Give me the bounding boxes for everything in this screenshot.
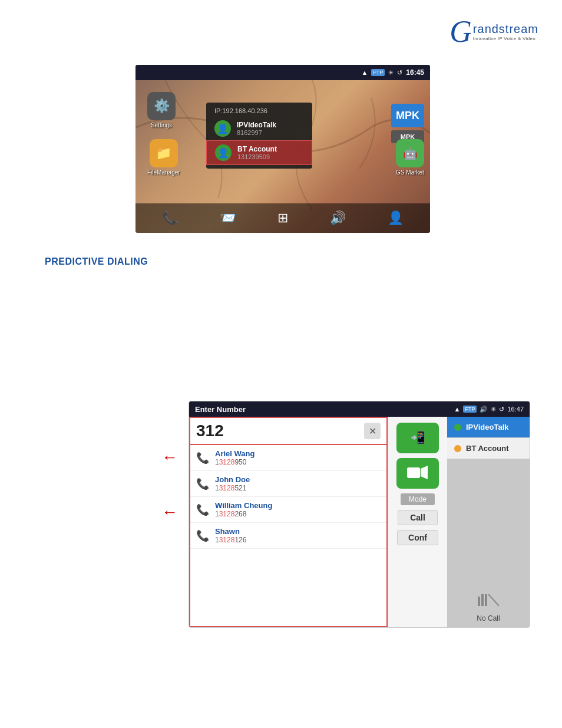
signal-icon-b: ▲ <box>454 406 461 413</box>
no-call-icon <box>478 594 499 612</box>
time-b: 16:47 <box>507 406 524 413</box>
dropdown-ip: IP:192.168.40.236 <box>206 106 312 117</box>
shawn-name: Shawn <box>215 527 246 536</box>
bottom-phone-screen: Enter Number ▲ FTP 🔊 ✳ ↺ 16:47 312 ✕ 📞 <box>189 401 530 628</box>
suggestions-list: 📞 Ariel Wang 13128950 📞 John Doe 1312852… <box>189 445 388 627</box>
mode-value: Call <box>398 510 438 525</box>
filemanager-label: FileManager <box>147 169 180 176</box>
william-cheung-text: William Cheung 13128268 <box>215 501 272 518</box>
william-cheung-number: 13128268 <box>215 510 272 518</box>
signal-icon: ▲ <box>361 69 368 76</box>
suggestion-item-ariel-wang[interactable]: 📞 Ariel Wang 13128950 <box>190 445 386 471</box>
logo: G randstream Innovative IP Voice & Video <box>449 17 538 47</box>
gsmarket-label: GS Market <box>396 169 424 176</box>
number-input-row[interactable]: 312 ✕ <box>189 417 388 445</box>
dialer-left-panel: 312 ✕ 📞 Ariel Wang 13128950 📞 John <box>189 417 388 627</box>
account-dropdown: IP:192.168.40.236 👤 IPVideoTalk 8162997 … <box>206 103 312 169</box>
suggestion-item-william-cheung[interactable]: 📞 William Cheung 13128268 <box>190 497 386 523</box>
suggestion-item-john-doe[interactable]: 📞 John Doe 13128521 <box>190 471 386 497</box>
filemanager-app-icon[interactable]: 📁 FileManager <box>147 139 180 176</box>
svg-marker-2 <box>421 466 428 479</box>
account-ipvideotalk[interactable]: IPVideoTalk <box>447 417 530 438</box>
arrow-to-suggestions: ← <box>161 503 178 522</box>
shawn-text: Shawn 13128126 <box>215 527 246 544</box>
top-phone-screen: ▲ FTP ✳ ↺ 16:45 ⚙️ Settings 📁 FileManage… <box>135 65 430 233</box>
ftp-badge: FTP <box>371 69 385 76</box>
no-call-panel: No Call <box>447 459 530 627</box>
arrow-to-number-input: ← <box>161 448 178 467</box>
answer-call-button[interactable]: 📲 <box>396 423 439 453</box>
ariel-wang-text: Ariel Wang 13128950 <box>215 449 254 466</box>
number-display: 312 <box>196 421 359 440</box>
settings-app-icon[interactable]: ⚙️ Settings <box>147 92 176 129</box>
home-background: ⚙️ Settings 📁 FileManager IP:192.168.40.… <box>135 80 430 233</box>
sync-icon-b: ↺ <box>499 406 504 413</box>
ariel-wang-number: 13128950 <box>215 458 254 466</box>
video-call-button[interactable] <box>396 458 439 489</box>
status-time: 16:45 <box>406 68 424 77</box>
logo-brand: randstream <box>473 22 538 36</box>
btaccount-account-label: BT Account <box>466 444 508 453</box>
phone-main-content: 312 ✕ 📞 Ariel Wang 13128950 📞 John <box>189 417 530 627</box>
voicemail-dock-icon[interactable]: 📨 <box>220 210 236 226</box>
sound-dock-icon[interactable]: 🔊 <box>330 210 346 226</box>
logo-g-letter: G <box>449 17 472 47</box>
ipvideotalk-avatar: 👤 <box>214 120 231 137</box>
btaccount-text: BT Account 131239509 <box>237 145 277 160</box>
mode-label: Mode <box>401 493 435 505</box>
call-icon-ariel: 📞 <box>196 452 209 465</box>
call-icon-william: 📞 <box>196 503 209 516</box>
ipvideotalk-name: IPVideoTalk <box>237 121 276 129</box>
btaccount-avatar: 👤 <box>215 144 232 161</box>
section-heading-predictive-dialing: PREDICTIVE DIALING <box>45 256 148 267</box>
dialer-middle-panel: 📲 Mode Call Conf <box>388 417 447 627</box>
bottom-screen-title: Enter Number <box>195 405 246 414</box>
ipvideotalk-account-label: IPVideoTalk <box>466 423 509 431</box>
conf-button[interactable]: Conf <box>397 530 438 545</box>
gsmarket-icon: 🤖 <box>396 139 424 167</box>
ariel-wang-name: Ariel Wang <box>215 449 254 458</box>
account-btaccount[interactable]: BT Account <box>447 438 530 459</box>
svg-line-6 <box>488 594 499 606</box>
filemanager-icon: 📁 <box>150 139 178 167</box>
logo-tagline: Innovative IP Voice & Video <box>473 36 538 41</box>
suggestion-item-shawn[interactable]: 📞 Shawn 13128126 <box>190 523 386 549</box>
svg-rect-5 <box>485 594 487 606</box>
btaccount-number: 131239509 <box>237 153 277 160</box>
phone-dock-icon[interactable]: 📞 <box>162 210 178 226</box>
top-status-bar: ▲ FTP ✳ ↺ 16:45 <box>135 65 430 80</box>
settings-icon: ⚙️ <box>147 92 176 120</box>
ipvideotalk-dot <box>454 424 461 431</box>
gsmarket-app-icon[interactable]: 🤖 GS Market <box>396 139 424 176</box>
svg-rect-1 <box>407 467 420 478</box>
no-call-label: No Call <box>477 614 500 622</box>
contacts-dock-icon[interactable]: 👤 <box>388 210 404 226</box>
shawn-number: 13128126 <box>215 536 246 544</box>
svg-text:📲: 📲 <box>411 430 425 444</box>
john-doe-number: 13128521 <box>215 484 250 492</box>
svg-rect-3 <box>478 597 480 606</box>
delete-button[interactable]: ✕ <box>364 423 381 439</box>
john-doe-name: John Doe <box>215 475 250 484</box>
dropdown-item-btaccount[interactable]: 👤 BT Account 131239509 <box>206 140 312 165</box>
grid-dock-icon[interactable]: ⊞ <box>277 210 288 226</box>
ipvideotalk-number: 8162997 <box>237 129 276 136</box>
svg-rect-4 <box>481 594 484 606</box>
ipvideotalk-text: IPVideoTalk 8162997 <box>237 121 276 136</box>
btaccount-dot <box>454 445 461 452</box>
john-doe-text: John Doe 13128521 <box>215 475 250 492</box>
sync-icon: ↺ <box>397 69 402 77</box>
ftp-badge-b: FTP <box>463 406 477 413</box>
william-cheung-name: William Cheung <box>215 501 272 510</box>
asterisk-icon: ✳ <box>388 69 394 77</box>
settings-label: Settings <box>151 122 172 129</box>
mpk-button[interactable]: MPK <box>391 104 424 127</box>
volume-icon-b: 🔊 <box>480 406 488 413</box>
call-icon-john: 📞 <box>196 477 209 490</box>
bottom-dock: 📞 📨 ⊞ 🔊 👤 <box>135 203 430 233</box>
bottom-status-bar: Enter Number ▲ FTP 🔊 ✳ ↺ 16:47 <box>189 401 530 417</box>
dialer-right-panel: IPVideoTalk BT Account No Call <box>447 417 530 627</box>
btaccount-name: BT Account <box>237 145 277 153</box>
bottom-status-icons: ▲ FTP 🔊 ✳ ↺ 16:47 <box>454 406 524 413</box>
dropdown-item-ipvideotalk[interactable]: 👤 IPVideoTalk 8162997 <box>206 117 312 140</box>
